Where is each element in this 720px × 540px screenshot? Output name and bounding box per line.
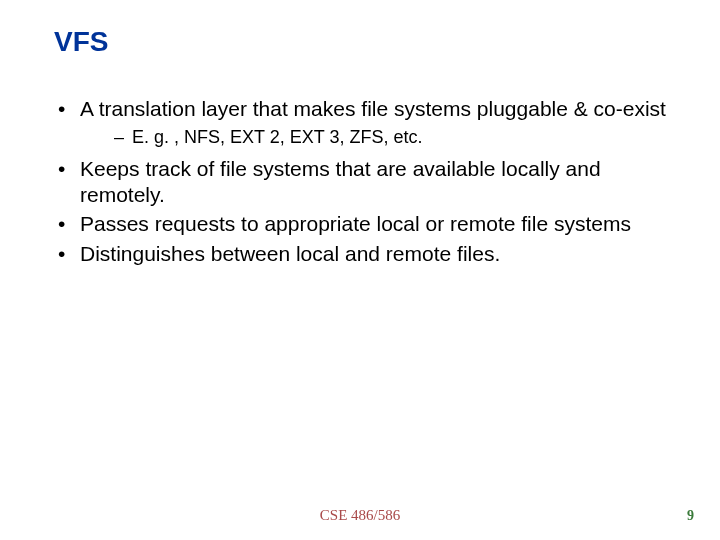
bullet-list: A translation layer that makes file syst… xyxy=(54,96,680,267)
sub-bullet-list: E. g. , NFS, EXT 2, EXT 3, ZFS, etc. xyxy=(80,126,680,149)
slide: VFS A translation layer that makes file … xyxy=(0,0,720,540)
bullet-item: Passes requests to appropriate local or … xyxy=(54,211,680,237)
bullet-text: Keeps track of file systems that are ava… xyxy=(80,157,601,206)
slide-title: VFS xyxy=(54,26,108,58)
footer-course: CSE 486/586 xyxy=(0,507,720,524)
bullet-item: Keeps track of file systems that are ava… xyxy=(54,156,680,207)
sub-bullet-text: E. g. , NFS, EXT 2, EXT 3, ZFS, etc. xyxy=(132,127,422,147)
bullet-text: A translation layer that makes file syst… xyxy=(80,97,666,120)
bullet-item: A translation layer that makes file syst… xyxy=(54,96,680,148)
bullet-text: Passes requests to appropriate local or … xyxy=(80,212,631,235)
slide-body: A translation layer that makes file syst… xyxy=(54,96,680,271)
bullet-item: Distinguishes between local and remote f… xyxy=(54,241,680,267)
bullet-text: Distinguishes between local and remote f… xyxy=(80,242,500,265)
sub-bullet-item: E. g. , NFS, EXT 2, EXT 3, ZFS, etc. xyxy=(80,126,680,149)
page-number: 9 xyxy=(687,508,694,524)
